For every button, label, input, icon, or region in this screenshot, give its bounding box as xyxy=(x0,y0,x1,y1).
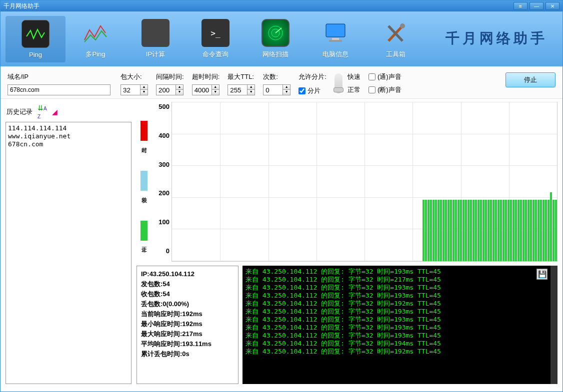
tool-ipcalc[interactable]: IP计算 xyxy=(126,15,186,63)
chart-bars xyxy=(422,102,557,261)
chart-bar xyxy=(520,200,522,261)
frag-label: 允许分片: xyxy=(298,72,326,81)
chart-bar xyxy=(468,200,470,261)
sound-pass-checkbox[interactable]: (通)声音 xyxy=(368,72,402,81)
pktsize-label: 包大小: xyxy=(120,72,148,81)
tool-toolbox[interactable]: 工具箱 xyxy=(366,15,426,63)
chart-bar xyxy=(488,200,490,261)
menu-button[interactable]: ≡ xyxy=(514,2,528,10)
stat-ip: 43.250.104.112 xyxy=(150,270,194,278)
minimize-button[interactable]: — xyxy=(530,2,544,10)
close-button[interactable]: ✕ xyxy=(546,2,560,10)
terminal-icon: >_ xyxy=(202,19,230,47)
svg-rect-4 xyxy=(332,38,339,40)
brand-text: 千月网络助手 xyxy=(446,29,548,48)
chart-bar xyxy=(548,200,550,261)
history-item[interactable]: www.iqianyue.net xyxy=(8,132,129,140)
chart-plot xyxy=(172,102,558,262)
monitor-icon xyxy=(322,19,350,47)
domain-input[interactable] xyxy=(8,84,110,95)
history-item[interactable]: 678cn.com xyxy=(8,140,129,148)
chart-bar xyxy=(448,200,450,261)
tool-netscan[interactable]: 网络扫描 xyxy=(246,15,306,63)
chart-bar xyxy=(502,200,504,261)
chart-bar xyxy=(535,200,537,261)
stat-min: 192ms xyxy=(182,320,202,328)
chart-bar xyxy=(498,200,500,261)
sound-fail-checkbox[interactable]: (断)声音 xyxy=(368,85,402,94)
speed-slider[interactable] xyxy=(334,73,342,93)
maxttl-label: 最大TTL: xyxy=(228,72,255,81)
chart-bar xyxy=(470,200,472,261)
tool-cmdquery[interactable]: >_ 命令查询 xyxy=(186,15,246,63)
console-line: 来自 43.250.104.112 的回复: 字节=32 时间=192ms TT… xyxy=(246,300,554,308)
spin-up-icon[interactable]: ▲ xyxy=(140,85,148,90)
ping-icon xyxy=(22,20,50,48)
stat-avg: 193.11ms xyxy=(182,340,212,348)
chart-bar xyxy=(482,200,484,261)
history-list[interactable]: 114.114.114.114www.iqianyue.net678cn.com xyxy=(6,122,132,384)
chart-bar xyxy=(452,200,454,261)
history-label: 历史记录 xyxy=(6,107,32,116)
tool-netscan-label: 网络扫描 xyxy=(246,50,306,59)
console-scrollbar[interactable] xyxy=(550,266,558,384)
legend-swatch xyxy=(140,171,148,191)
tool-pcinfo-label: 电脑信息 xyxy=(306,50,366,59)
console-output[interactable]: 💾 来自 43.250.104.112 的回复: 字节=32 时间=193ms … xyxy=(242,266,558,384)
chart-legend: 超时较差正常 xyxy=(136,102,152,262)
tool-ping[interactable]: Ping xyxy=(6,16,66,62)
chart-bar xyxy=(490,200,492,261)
history-item[interactable]: 114.114.114.114 xyxy=(8,124,129,132)
timeout-spinner[interactable]: ▲▼ xyxy=(192,84,220,95)
eraser-icon[interactable]: ◢ xyxy=(52,108,58,116)
legend-swatch xyxy=(140,121,148,141)
console-line: 来自 43.250.104.112 的回复: 字节=32 时间=193ms TT… xyxy=(246,284,554,292)
chart-bar xyxy=(442,200,444,261)
chart-bar xyxy=(458,200,460,261)
interval-spinner[interactable]: ▲▼ xyxy=(156,84,184,95)
stat-cur: 192ms xyxy=(182,310,202,318)
console-line: 来自 43.250.104.112 的回复: 字节=32 时间=193ms TT… xyxy=(246,268,554,276)
count-spinner[interactable]: ▲▼ xyxy=(263,84,290,95)
chart-bar xyxy=(428,200,430,261)
console-line: 来自 43.250.104.112 的回复: 字节=32 时间=193ms TT… xyxy=(246,324,554,332)
sort-icon[interactable]: ⇊AZ xyxy=(38,104,47,120)
tool-ping-label: Ping xyxy=(6,51,66,58)
chart-bar xyxy=(495,200,497,261)
history-header: 历史记录 ⇊AZ ◢ xyxy=(6,102,132,122)
left-column: 历史记录 ⇊AZ ◢ 114.114.114.114www.iqianyue.n… xyxy=(6,102,132,384)
maxttl-spinner[interactable]: ▲▼ xyxy=(228,84,255,95)
chart-bar xyxy=(500,200,502,261)
tools-icon xyxy=(382,19,410,47)
chart-bar xyxy=(510,200,512,261)
main-toolbar: Ping 多Ping IP计算 >_ 命令查询 xyxy=(0,11,562,66)
chart-bar xyxy=(440,200,442,261)
stat-sent: 54 xyxy=(162,280,170,288)
chart-bar xyxy=(422,200,424,261)
app-window: 千月网络助手 ≡ — ✕ Ping 多Ping xyxy=(0,0,563,392)
spin-down-icon[interactable]: ▼ xyxy=(140,90,148,95)
chart-bar xyxy=(545,200,547,261)
timeout-label: 超时时间: xyxy=(192,72,220,81)
tool-multiping[interactable]: 多Ping xyxy=(66,15,126,63)
save-icon[interactable]: 💾 xyxy=(536,269,548,280)
chart-bar xyxy=(532,200,534,261)
calculator-icon xyxy=(142,19,170,47)
chart-area: 超时较差正常 5004003002001000 xyxy=(136,102,558,262)
chart-bar xyxy=(485,200,487,261)
pktsize-spinner[interactable]: ▲▼ xyxy=(120,84,148,95)
console-line: 来自 43.250.104.112 的回复: 字节=32 时间=193ms TT… xyxy=(246,316,554,324)
stat-max: 217ms xyxy=(182,330,202,338)
tool-pcinfo[interactable]: 电脑信息 xyxy=(306,15,366,63)
chart-bar xyxy=(540,200,542,261)
chart-bar xyxy=(475,200,477,261)
console-line: 来自 43.250.104.112 的回复: 字节=32 时间=217ms TT… xyxy=(246,276,554,284)
chart-bar xyxy=(438,200,440,261)
svg-point-8 xyxy=(400,23,405,28)
stop-button[interactable]: 停止 xyxy=(506,72,556,87)
frag-checkbox[interactable]: 分片 xyxy=(298,86,326,95)
tool-toolbox-label: 工具箱 xyxy=(366,50,426,59)
chart-bar xyxy=(518,200,520,261)
console-line: 来自 43.250.104.112 的回复: 字节=32 时间=192ms TT… xyxy=(246,348,554,356)
domain-label: 域名/IP xyxy=(8,72,112,81)
